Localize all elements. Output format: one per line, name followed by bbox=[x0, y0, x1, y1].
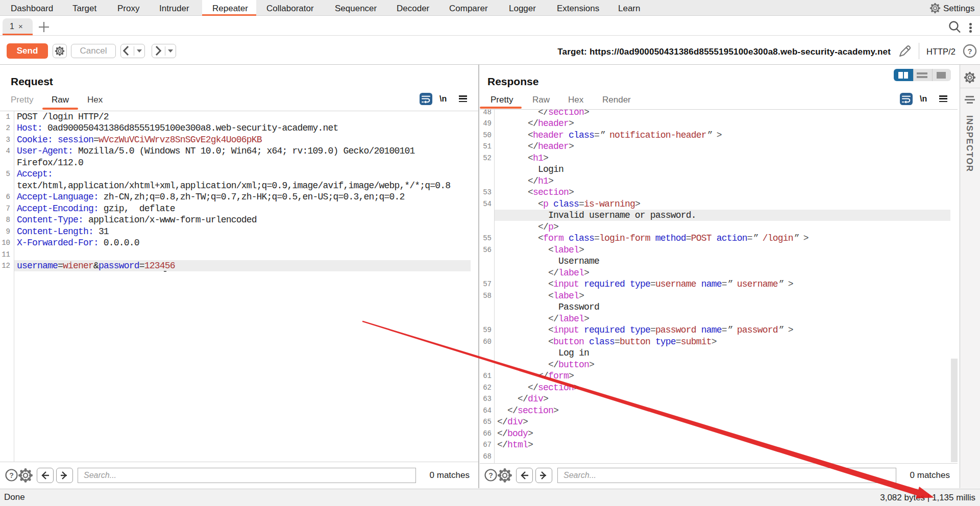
svg-text:?: ? bbox=[9, 471, 14, 479]
svg-text:?: ? bbox=[967, 47, 972, 56]
svg-text:?: ? bbox=[488, 471, 493, 479]
